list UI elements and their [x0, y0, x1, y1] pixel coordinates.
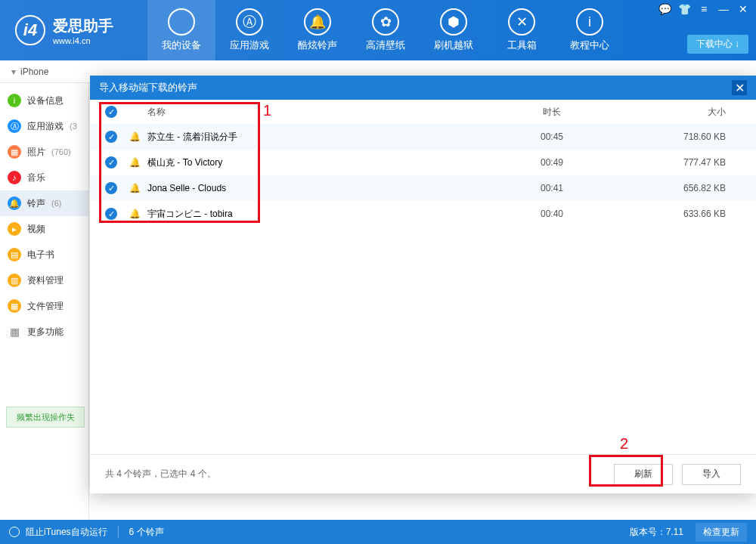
device-name: iPhone — [20, 66, 48, 77]
book-icon: ▤ — [8, 248, 21, 261]
table-row[interactable]: ✓ 🔔横山克 - To Victory 00:49 777.47 KB — [90, 150, 756, 175]
bell-icon: 🔔 — [128, 181, 141, 195]
sidebar-item-ringtone[interactable]: 🔔铃声(6) — [0, 190, 88, 216]
check-update-button[interactable]: 检查更新 — [696, 523, 747, 542]
modal-header: 导入移动端下载的铃声 ✕ — [90, 76, 756, 100]
status-circle-icon — [9, 527, 20, 537]
apps-icon: Ⓐ — [236, 8, 263, 36]
shirt-icon[interactable]: 👕 — [677, 3, 691, 14]
select-all-checkbox[interactable]: ✓ — [105, 106, 117, 118]
app-subtitle: www.i4.cn — [53, 36, 113, 45]
info-icon: i — [8, 94, 21, 107]
sidebar-item-ebook[interactable]: ▤电子书 — [0, 242, 88, 267]
apple-icon — [168, 8, 195, 36]
flower-icon: ✿ — [372, 8, 399, 36]
sidebar-item-files[interactable]: ▦文件管理 — [0, 293, 88, 319]
sidebar-item-data[interactable]: ▥资料管理 — [0, 267, 88, 293]
bell-icon: 🔔 — [128, 130, 141, 144]
minimize-icon[interactable]: — — [717, 3, 730, 14]
nav-ringtones[interactable]: 🔔酷炫铃声 — [284, 0, 352, 60]
wrench-icon: ✕ — [508, 8, 535, 36]
col-name: 名称 — [128, 106, 484, 119]
file-icon: ▦ — [8, 299, 21, 313]
info-icon: i — [576, 8, 603, 36]
bell-icon: 🔔 — [8, 196, 21, 210]
modal-close-button[interactable]: ✕ — [732, 80, 747, 95]
nav-flash[interactable]: ⬢刷机越狱 — [420, 0, 488, 60]
ringtone-count: 6 个铃声 — [129, 526, 164, 539]
logo-icon: i4 — [15, 15, 45, 45]
ringtone-table: ✓ 名称 时长 大小 ✓ 🔔苏立生 - 流着泪说分手 00:45 718.60 … — [90, 100, 756, 227]
modal-footer: 共 4 个铃声，已选中 4 个。 刷新 导入 — [90, 454, 756, 493]
row-checkbox[interactable]: ✓ — [105, 156, 117, 168]
row-checkbox[interactable]: ✓ — [105, 131, 117, 143]
sidebar-item-more[interactable]: ▦更多功能 — [0, 319, 88, 345]
import-button[interactable]: 导入 — [682, 464, 741, 485]
status-bar: 阻止iTunes自动运行 6 个铃声 版本号：7.11 检查更新 — [0, 520, 756, 544]
nav-my-device[interactable]: 我的设备 — [147, 0, 215, 60]
bell-icon: 🔔 — [128, 156, 141, 169]
folder-icon: ▥ — [8, 274, 21, 287]
chevron-down-icon: ▾ — [11, 66, 16, 77]
refresh-button[interactable]: 刷新 — [614, 464, 673, 485]
close-icon[interactable]: ✕ — [736, 3, 750, 14]
box-icon: ⬢ — [440, 8, 467, 36]
sidebar-item-photos[interactable]: ▦照片(760) — [0, 139, 88, 165]
bell-icon: 🔔 — [128, 207, 141, 221]
version-label: 版本号：7.11 — [630, 526, 683, 539]
grid-icon: ▦ — [8, 325, 21, 338]
col-size: 大小 — [620, 106, 741, 119]
itunes-toggle[interactable]: 阻止iTunes自动运行 — [26, 526, 107, 539]
modal-title: 导入移动端下载的铃声 — [99, 81, 197, 94]
nav-tutorials[interactable]: i教程中心 — [556, 0, 624, 60]
row-checkbox[interactable]: ✓ — [105, 182, 117, 194]
logo-area: i4 爱思助手 www.i4.cn — [0, 15, 147, 45]
main-nav: 我的设备 Ⓐ应用游戏 🔔酷炫铃声 ✿高清壁纸 ⬢刷机越狱 ✕工具箱 i教程中心 — [147, 0, 624, 60]
download-center-button[interactable]: 下载中心 ↓ — [687, 35, 748, 54]
row-checkbox[interactable]: ✓ — [105, 208, 117, 220]
table-row[interactable]: ✓ 🔔宇宙コンビニ - tobira 00:40 633.66 KB — [90, 201, 756, 227]
photo-icon: ▦ — [8, 145, 21, 159]
table-header: ✓ 名称 时长 大小 — [90, 100, 756, 124]
col-duration: 时长 — [484, 106, 620, 119]
app-header: i4 爱思助手 www.i4.cn 我的设备 Ⓐ应用游戏 🔔酷炫铃声 ✿高清壁纸… — [0, 0, 756, 60]
sidebar-item-music[interactable]: ♪音乐 — [0, 165, 88, 190]
modal-body: ✓ 名称 时长 大小 ✓ 🔔苏立生 - 流着泪说分手 00:45 718.60 … — [90, 100, 756, 454]
table-row[interactable]: ✓ 🔔苏立生 - 流着泪说分手 00:45 718.60 KB — [90, 124, 756, 150]
video-icon: ▸ — [8, 222, 21, 236]
bell-icon: 🔔 — [304, 8, 331, 36]
selection-status: 共 4 个铃声，已选中 4 个。 — [105, 468, 216, 481]
import-ringtone-modal: 导入移动端下载的铃声 ✕ ✓ 名称 时长 大小 ✓ 🔔苏立生 - 流着泪说分手 … — [90, 76, 756, 493]
apps-icon: Ⓐ — [8, 119, 21, 133]
sidebar-item-apps[interactable]: Ⓐ应用游戏(3 — [0, 113, 88, 139]
nav-toolbox[interactable]: ✕工具箱 — [488, 0, 556, 60]
menu-icon[interactable]: ≡ — [697, 3, 711, 14]
nav-apps[interactable]: Ⓐ应用游戏 — [215, 0, 284, 60]
sidebar-item-device-info[interactable]: i设备信息 — [0, 88, 88, 113]
app-title: 爱思助手 — [53, 16, 113, 36]
table-row[interactable]: ✓ 🔔Jona Selle - Clouds 00:41 656.82 KB — [90, 175, 756, 201]
separator — [118, 526, 119, 538]
nav-wallpaper[interactable]: ✿高清壁纸 — [352, 0, 420, 60]
music-icon: ♪ — [8, 171, 21, 184]
alert-message[interactable]: 频繁出现操作失 — [6, 406, 85, 428]
sidebar-item-video[interactable]: ▸视频 — [0, 216, 88, 242]
sidebar: i设备信息 Ⓐ应用游戏(3 ▦照片(760) ♪音乐 🔔铃声(6) ▸视频 ▤电… — [0, 83, 89, 519]
window-controls: 💬 👕 ≡ — ✕ — [658, 3, 750, 14]
chat-icon[interactable]: 💬 — [658, 3, 671, 14]
